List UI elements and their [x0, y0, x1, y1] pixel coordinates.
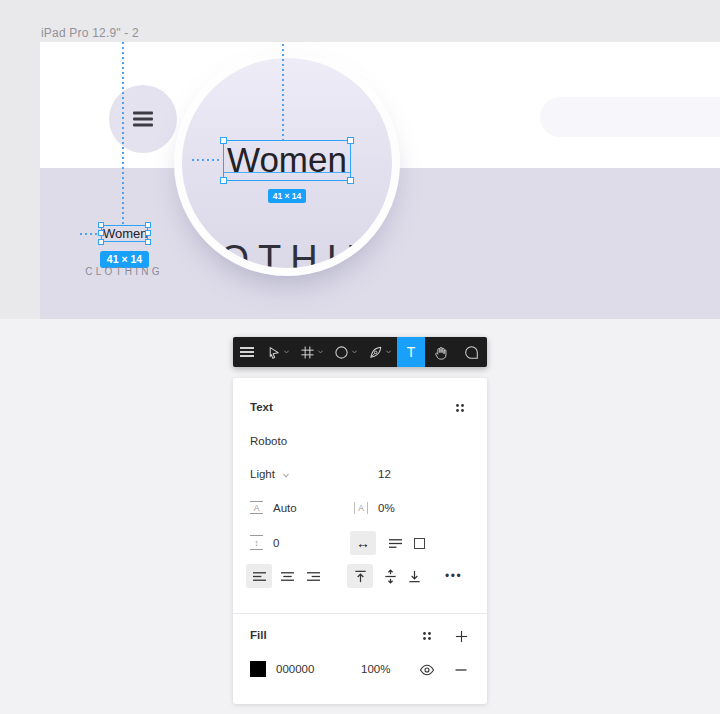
size-badge-wrap: 41 × 14 — [91, 249, 158, 268]
figma-app-window: iPad Pro 12.9" - 2 CLOTHING Women 41 — [0, 0, 720, 714]
remove-fill-button[interactable] — [454, 663, 468, 677]
main-menu-button[interactable] — [233, 337, 261, 367]
cursor-icon — [266, 345, 281, 360]
menu-icon — [240, 347, 254, 357]
selection-handle[interactable] — [220, 137, 227, 144]
valign-bottom-button[interactable] — [401, 564, 427, 588]
frame-title[interactable]: iPad Pro 12.9" - 2 — [41, 26, 139, 40]
selection-handle[interactable] — [220, 177, 227, 184]
selection-handle[interactable] — [347, 137, 354, 144]
valign-top-button[interactable] — [347, 564, 373, 588]
horizontal-guide-small — [80, 233, 99, 235]
selection-handle[interactable] — [347, 177, 354, 184]
shape-tool-button[interactable] — [329, 337, 363, 367]
text-styles-button[interactable] — [452, 400, 468, 416]
align-center-button[interactable] — [274, 564, 300, 588]
valign-middle-button[interactable] — [377, 564, 403, 588]
font-weight-select[interactable]: Light — [250, 468, 275, 480]
font-family-row: Roboto — [233, 435, 487, 450]
selection-handle[interactable] — [98, 239, 104, 245]
size-badge-wrap: 41 × 14 — [223, 185, 351, 203]
chevron-down-icon[interactable] — [282, 472, 290, 479]
section-divider — [233, 613, 487, 614]
chevron-down-icon — [283, 349, 290, 355]
color-swatch[interactable] — [250, 661, 266, 677]
font-size-input[interactable]: 12 — [378, 468, 391, 480]
alignment-row: ••• — [233, 564, 487, 590]
text-baseline-indicator — [224, 172, 350, 173]
fill-hex-input[interactable]: 000000 — [276, 663, 314, 675]
selection-handle[interactable] — [145, 222, 151, 228]
text-section-header: Text — [233, 400, 487, 416]
nav-pill-shape[interactable] — [540, 97, 720, 137]
design-frame[interactable]: CLOTHING — [40, 42, 720, 319]
frame-icon — [300, 345, 315, 360]
visibility-toggle-button[interactable] — [418, 662, 435, 678]
selection-handle[interactable] — [98, 222, 104, 228]
selection-box-small[interactable]: Women — [101, 225, 148, 242]
resize-fixed-button[interactable] — [406, 531, 432, 555]
fill-styles-button[interactable] — [419, 628, 435, 644]
selection-handle[interactable] — [145, 239, 151, 245]
horizontal-arrow-icon: ↔ — [356, 536, 370, 550]
line-height-icon[interactable]: A — [250, 501, 263, 514]
eye-icon — [419, 663, 435, 677]
add-fill-button[interactable] — [453, 628, 469, 644]
move-tool-button[interactable] — [261, 337, 295, 367]
pen-tool-button[interactable] — [363, 337, 397, 367]
styles-grid-icon — [421, 630, 433, 642]
spacing-row-2: ↕ 0 ↔ — [233, 530, 487, 556]
size-badge: 41 × 14 — [100, 251, 149, 268]
valign-top-icon — [353, 569, 368, 584]
fill-row: 000000 100% — [233, 661, 487, 679]
resize-auto-width-button[interactable]: ↔ — [350, 531, 376, 555]
horizontal-guide-large — [192, 159, 221, 161]
fill-opacity-input[interactable]: 100% — [361, 663, 390, 675]
vertical-guide-left — [122, 42, 124, 225]
selection-box-large[interactable]: Women — [223, 140, 351, 181]
size-badge: 41 × 14 — [268, 189, 307, 203]
text-section-title: Text — [250, 401, 273, 413]
comment-bubble-icon — [464, 345, 479, 360]
text-tool-button-active[interactable]: T — [397, 337, 425, 367]
selection-handle[interactable] — [145, 230, 151, 236]
clothing-caption-text[interactable]: CLOTHING — [64, 266, 184, 277]
canvas-area[interactable]: iPad Pro 12.9" - 2 CLOTHING Women 41 — [0, 0, 720, 319]
valign-middle-icon — [383, 569, 398, 584]
styles-grid-icon — [454, 402, 466, 414]
resize-auto-height-button[interactable] — [382, 531, 408, 555]
spacing-row-1: A Auto A 0% — [233, 501, 487, 517]
plus-icon — [455, 630, 468, 643]
women-text-small[interactable]: Women — [103, 226, 147, 241]
comment-tool-button[interactable] — [455, 337, 487, 367]
font-family-select[interactable]: Roboto — [250, 435, 287, 447]
selection-handle[interactable] — [98, 230, 104, 236]
fill-section-header: Fill — [233, 628, 487, 644]
align-left-button[interactable] — [246, 564, 272, 588]
women-text-large[interactable]: Women — [227, 139, 351, 181]
properties-panel: Text Roboto Light 12 — [233, 378, 487, 704]
ellipse-icon — [334, 345, 349, 360]
fill-section-title: Fill — [250, 629, 267, 641]
chevron-down-icon — [317, 349, 324, 355]
menu-button-circle[interactable] — [109, 85, 177, 153]
hand-icon — [433, 345, 448, 360]
line-height-value[interactable]: Auto — [273, 502, 297, 514]
pen-icon — [368, 345, 383, 360]
chevron-down-icon — [385, 349, 392, 355]
workspace: T Text — [0, 319, 720, 714]
clothing-hero-text[interactable]: CLOTHING — [174, 238, 400, 276]
valign-bottom-icon — [407, 569, 422, 584]
letter-spacing-icon[interactable]: A — [354, 502, 368, 514]
paragraph-spacing-value[interactable]: 0 — [273, 537, 279, 549]
align-right-button[interactable] — [300, 564, 326, 588]
hand-tool-button[interactable] — [425, 337, 455, 367]
align-center-icon — [280, 570, 295, 583]
font-style-row: Light 12 — [233, 468, 487, 483]
fixed-size-icon — [414, 538, 425, 549]
paragraph-spacing-icon[interactable]: ↕ — [250, 535, 263, 550]
more-options-button[interactable]: ••• — [445, 569, 462, 583]
minus-icon — [455, 664, 467, 676]
frame-tool-button[interactable] — [295, 337, 329, 367]
letter-spacing-value[interactable]: 0% — [378, 502, 395, 514]
